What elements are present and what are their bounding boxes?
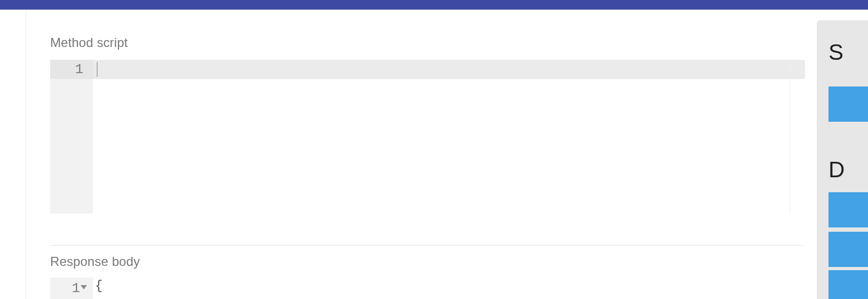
editor-right-margin-line	[790, 60, 790, 214]
response-body-editor[interactable]: 1 {	[50, 278, 805, 299]
response-body-label: Response body	[50, 254, 140, 269]
method-script-editor[interactable]: 1	[50, 60, 805, 214]
side-panel-item-1[interactable]	[828, 86, 868, 122]
editor-line-number: 1	[50, 278, 80, 299]
side-panel-heading-2: D	[828, 157, 845, 183]
section-divider	[50, 245, 805, 246]
side-panel-heading-1: S	[828, 40, 843, 65]
side-panel-item-4[interactable]	[828, 270, 868, 299]
response-body-code-line[interactable]: {	[95, 279, 102, 293]
editor-cursor	[97, 62, 98, 77]
main-content: Method script 1 Response body 1 {	[50, 10, 868, 299]
side-panel-item-3[interactable]	[828, 232, 868, 267]
fold-toggle-icon[interactable]	[81, 285, 87, 289]
top-bar	[0, 0, 868, 10]
left-edge-line	[26, 10, 26, 299]
editor-body-area	[93, 79, 790, 214]
method-script-label: Method script	[50, 35, 128, 50]
editor-line-number: 1	[50, 60, 83, 79]
right-side-panel: S D	[817, 20, 868, 299]
side-panel-item-2[interactable]	[828, 192, 868, 227]
editor-gutter	[50, 60, 93, 214]
method-script-input[interactable]	[98, 60, 787, 79]
